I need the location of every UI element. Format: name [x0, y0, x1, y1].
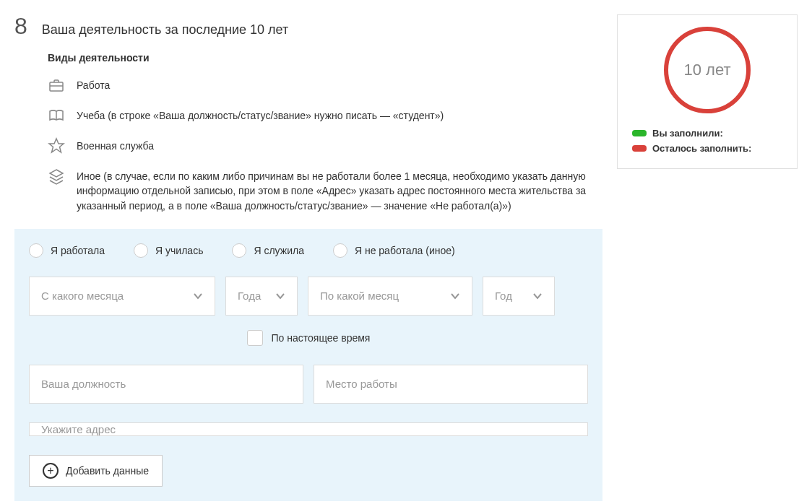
- radio-served-label: Я служила: [254, 245, 303, 256]
- input-row-position-workplace: [29, 365, 588, 404]
- svg-marker-4: [50, 170, 63, 177]
- legend-remaining-row: Осталось заполнить:: [632, 143, 782, 154]
- add-button-label: Добавить данные: [66, 465, 149, 477]
- input-position[interactable]: [29, 365, 303, 404]
- chevron-down-icon: [193, 291, 203, 301]
- main-content: 8 Ваша деятельность за последние 10 лет …: [14, 14, 602, 501]
- legend-marker-filled: [632, 130, 647, 136]
- star-icon: [48, 137, 65, 155]
- legend-filled-text: Вы заполнили:: [652, 128, 723, 139]
- section-number: 8: [14, 14, 27, 38]
- checkbox-row: По настоящее время: [29, 330, 588, 346]
- book-icon: [48, 107, 65, 124]
- radio-none-label: Я не работала (иное): [355, 245, 455, 256]
- section-header: 8 Ваша деятельность за последние 10 лет: [14, 14, 602, 38]
- select-month-from[interactable]: С какого месяца: [29, 277, 215, 316]
- checkbox-current[interactable]: [247, 330, 263, 346]
- radio-circle-icon: [232, 243, 246, 258]
- type-text-study: Учеба (в строке «Ваша должность/статус/з…: [77, 107, 602, 123]
- checkbox-current-label: По настоящее время: [272, 332, 371, 344]
- progress-circle: 10 лет: [664, 27, 751, 113]
- select-year-from[interactable]: Года: [225, 277, 298, 316]
- briefcase-icon: [48, 77, 65, 94]
- plus-icon: +: [43, 463, 59, 479]
- select-month-to-placeholder: По какой месяц: [320, 290, 399, 302]
- type-item-military: Военная служба: [48, 137, 602, 155]
- chevron-down-icon: [275, 291, 285, 301]
- radio-circle-icon: [29, 243, 43, 258]
- radio-worked-label: Я работала: [51, 245, 105, 256]
- radio-circle-icon: [333, 243, 347, 258]
- radio-studied-label: Я училась: [155, 245, 203, 256]
- types-heading: Виды деятельности: [48, 52, 602, 64]
- select-month-to[interactable]: По какой месяц: [308, 277, 472, 316]
- form-panel: Я работала Я училась Я служила Я не рабо…: [14, 229, 602, 501]
- type-list: Работа Учеба (в строке «Ваша должность/с…: [48, 77, 602, 213]
- svg-marker-3: [49, 139, 64, 152]
- select-year-to[interactable]: Год: [483, 277, 555, 316]
- sidebar-progress: 10 лет Вы заполнили: Осталось заполнить:: [617, 14, 798, 169]
- radio-served[interactable]: Я служила: [232, 243, 303, 258]
- legend-remaining-text: Осталось заполнить:: [652, 143, 751, 154]
- radio-circle-icon: [134, 243, 148, 258]
- add-button[interactable]: + Добавить данные: [29, 455, 163, 487]
- layers-icon: [48, 168, 65, 185]
- type-text-military: Военная служба: [77, 137, 602, 153]
- radio-worked[interactable]: Я работала: [29, 243, 105, 258]
- input-address[interactable]: [29, 422, 588, 436]
- date-row: С какого месяца Года По какой месяц Год: [29, 277, 588, 316]
- type-item-work: Работа: [48, 77, 602, 94]
- select-year-to-placeholder: Год: [495, 290, 512, 302]
- input-workplace[interactable]: [314, 365, 588, 404]
- type-text-work: Работа: [77, 77, 602, 92]
- radio-row: Я работала Я училась Я служила Я не рабо…: [29, 243, 588, 258]
- chevron-down-icon: [532, 291, 543, 301]
- select-year-from-placeholder: Года: [238, 290, 261, 302]
- radio-none[interactable]: Я не работала (иное): [333, 243, 455, 258]
- type-item-study: Учеба (в строке «Ваша должность/статус/з…: [48, 107, 602, 124]
- chevron-down-icon: [450, 291, 460, 301]
- select-month-from-placeholder: С какого месяца: [41, 290, 124, 302]
- legend-marker-remaining: [632, 145, 647, 152]
- radio-studied[interactable]: Я училась: [134, 243, 203, 258]
- section-title: Ваша деятельность за последние 10 лет: [42, 22, 288, 38]
- type-item-other: Иное (в случае, если по каким либо причи…: [48, 168, 602, 213]
- progress-label: 10 лет: [683, 61, 730, 79]
- legend: Вы заполнили: Осталось заполнить:: [632, 128, 782, 154]
- type-text-other: Иное (в случае, если по каким либо причи…: [77, 168, 602, 213]
- svg-rect-0: [50, 82, 63, 91]
- legend-filled-row: Вы заполнили:: [632, 128, 782, 139]
